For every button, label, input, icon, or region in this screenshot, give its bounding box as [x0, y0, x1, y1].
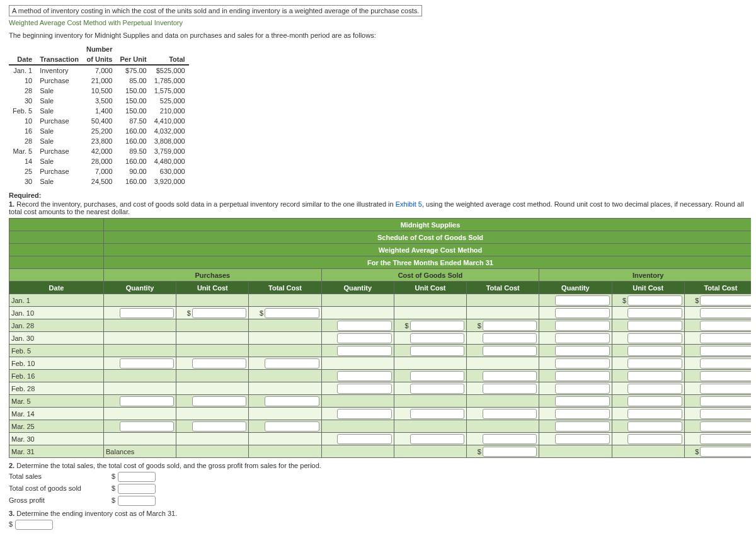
sched-input[interactable] — [627, 358, 682, 369]
cell-per-unit: 150.00 — [117, 86, 151, 96]
sched-input[interactable] — [410, 346, 465, 356]
sched-input[interactable] — [265, 396, 319, 406]
exhibit-link[interactable]: Exhibit 5 — [396, 200, 422, 208]
sched-input[interactable] — [627, 421, 682, 432]
sched-input[interactable] — [555, 409, 610, 419]
sched-input[interactable] — [627, 333, 682, 343]
sched-input[interactable] — [120, 421, 175, 432]
sched-input[interactable] — [483, 333, 537, 343]
sched-row: Jan. 30 — [9, 332, 752, 345]
sched-input[interactable] — [337, 321, 392, 331]
sched-input[interactable] — [700, 396, 751, 406]
sched-cell — [176, 357, 249, 370]
sched-input[interactable] — [700, 321, 751, 331]
sched-input[interactable] — [483, 409, 537, 419]
sched-input[interactable] — [120, 308, 175, 318]
sched-input[interactable] — [627, 371, 682, 381]
sched-input[interactable] — [483, 434, 537, 444]
sched-h3: Weighted Average Cost Method — [104, 244, 752, 256]
sched-cell — [467, 357, 539, 370]
sched-input[interactable] — [410, 333, 465, 343]
sched-input[interactable] — [700, 421, 751, 432]
sched-input[interactable] — [627, 384, 682, 394]
sched-input[interactable] — [627, 295, 682, 306]
sched-cell — [104, 357, 176, 370]
sched-cell — [612, 433, 684, 445]
sched-input[interactable] — [555, 434, 610, 444]
gross-profit-input[interactable] — [118, 496, 156, 506]
sched-input[interactable] — [192, 308, 247, 318]
sched-input[interactable] — [337, 346, 392, 356]
sched-input[interactable] — [700, 434, 751, 444]
sched-cell — [249, 319, 321, 332]
sched-input[interactable] — [265, 421, 319, 432]
sched-date-cell: Feb. 5 — [9, 345, 104, 357]
sched-input[interactable] — [700, 358, 751, 369]
sched-input[interactable] — [555, 346, 610, 356]
sched-input[interactable] — [555, 396, 610, 406]
sched-input[interactable] — [555, 308, 610, 318]
sched-input[interactable] — [410, 384, 465, 394]
cell-transaction: Sale — [36, 156, 83, 166]
sched-input[interactable] — [337, 434, 392, 444]
sched-cell — [467, 420, 539, 433]
sched-input[interactable] — [337, 409, 392, 419]
sched-input[interactable] — [120, 396, 175, 406]
sched-input[interactable] — [700, 447, 751, 457]
sched-input[interactable] — [555, 384, 610, 394]
sched-input[interactable] — [192, 358, 247, 369]
sched-input[interactable] — [627, 346, 682, 356]
sched-input[interactable] — [555, 371, 610, 381]
sched-input[interactable] — [627, 396, 682, 406]
sched-input[interactable] — [700, 346, 751, 356]
sched-input[interactable] — [555, 358, 610, 369]
sched-row: Feb. 16 — [9, 370, 752, 382]
sched-cell — [104, 395, 176, 408]
sched-cell — [321, 445, 394, 458]
cell-per-unit: 160.00 — [117, 176, 151, 186]
sched-input[interactable] — [265, 308, 319, 318]
sched-input[interactable] — [555, 321, 610, 331]
sched-input[interactable] — [483, 371, 537, 381]
cell-total: 3,808,000 — [151, 136, 189, 146]
sched-input[interactable] — [700, 409, 751, 419]
sched-input[interactable] — [120, 358, 175, 369]
sched-input[interactable] — [483, 321, 537, 331]
sched-input[interactable] — [410, 409, 465, 419]
sched-input[interactable] — [337, 384, 392, 394]
sched-input[interactable] — [555, 295, 610, 306]
sched-input[interactable] — [410, 371, 465, 381]
sched-input[interactable] — [265, 358, 319, 369]
sched-input[interactable] — [627, 308, 682, 318]
sched-input[interactable] — [700, 384, 751, 394]
sched-input[interactable] — [192, 421, 247, 432]
sched-input[interactable] — [337, 333, 392, 343]
sched-input[interactable] — [337, 371, 392, 381]
sched-cell — [539, 357, 612, 370]
sched-input[interactable] — [555, 333, 610, 343]
sched-input[interactable] — [555, 421, 610, 432]
total-cogs-input[interactable] — [118, 484, 156, 494]
sched-input[interactable] — [700, 371, 751, 381]
sched-input[interactable] — [627, 434, 682, 444]
sched-cell — [684, 332, 751, 345]
sched-input[interactable] — [627, 409, 682, 419]
ending-inventory-input[interactable] — [15, 520, 53, 530]
sched-cell — [394, 307, 466, 319]
table-row: Feb. 5Sale1,400150.00210,000 — [9, 106, 189, 116]
table-row: 30Sale3,500150.00525,000 — [9, 96, 189, 106]
sched-input[interactable] — [700, 333, 751, 343]
sched-input[interactable] — [483, 346, 537, 356]
sched-date-cell: Feb. 10 — [9, 357, 104, 370]
sched-input[interactable] — [483, 447, 537, 457]
sched-cell — [539, 307, 612, 319]
sched-cell — [684, 370, 751, 382]
sched-input[interactable] — [627, 321, 682, 331]
sched-input[interactable] — [700, 308, 751, 318]
sched-input[interactable] — [410, 321, 465, 331]
sched-input[interactable] — [410, 434, 465, 444]
sched-input[interactable] — [483, 384, 537, 394]
sched-input[interactable] — [700, 295, 751, 306]
sched-input[interactable] — [192, 396, 247, 406]
total-sales-input[interactable] — [118, 472, 156, 482]
